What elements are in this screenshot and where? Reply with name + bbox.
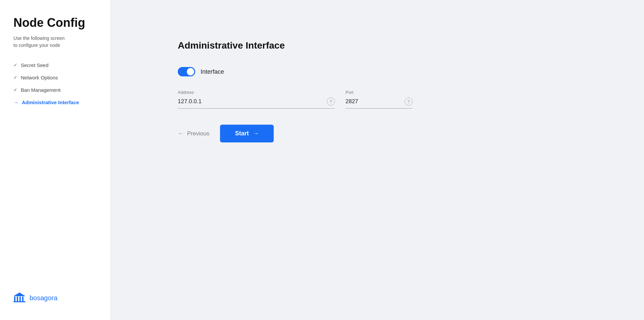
sidebar-footer: bosagora: [13, 292, 97, 304]
svg-rect-2: [19, 297, 21, 301]
port-label: Port: [345, 90, 413, 95]
check-icon: ✓: [13, 75, 17, 80]
check-icon: ✓: [13, 87, 17, 92]
start-button-label: Start: [235, 130, 249, 137]
check-icon: ✓: [13, 62, 17, 68]
previous-button-label: Previous: [187, 130, 209, 137]
sidebar-item-label: Network Options: [21, 75, 58, 80]
sidebar-item-network-options[interactable]: ✓ Network Options: [13, 75, 97, 80]
sidebar-item-administrative-interface[interactable]: → Administrative Interface: [13, 100, 97, 105]
svg-rect-3: [22, 297, 23, 301]
start-button[interactable]: Start →: [220, 125, 274, 142]
page-subtitle: Use the following screento configure you…: [13, 35, 97, 49]
main-content: Administrative Interface Interface Addre…: [111, 0, 644, 320]
sidebar-item-ban-management[interactable]: ✓ Ban Management: [13, 87, 97, 93]
toggle-thumb: [187, 68, 194, 75]
svg-rect-1: [17, 297, 18, 301]
svg-rect-4: [13, 301, 25, 302]
sidebar-item-label: Administrative Interface: [22, 100, 79, 105]
port-input-row: ?: [345, 98, 413, 109]
svg-rect-0: [14, 297, 15, 301]
sidebar-item-label: Secret Seed: [21, 62, 49, 68]
sidebar: Node Config Use the following screento c…: [0, 0, 111, 320]
brand-logo-text: bosagora: [30, 294, 57, 302]
address-input-row: ?: [178, 98, 335, 109]
sidebar-item-secret-seed[interactable]: ✓ Secret Seed: [13, 62, 97, 68]
arrow-left-icon: ←: [178, 130, 184, 137]
toggle-label: Interface: [201, 68, 224, 75]
interface-toggle-row: Interface: [178, 67, 413, 76]
port-input[interactable]: [345, 98, 401, 105]
address-label: Address: [178, 90, 335, 95]
page-title: Node Config: [13, 16, 97, 29]
address-help-icon[interactable]: ?: [327, 98, 335, 106]
button-row: ← Previous Start →: [178, 125, 413, 142]
toggle-track: [178, 67, 195, 76]
form-row: Address ? Port ?: [178, 90, 413, 109]
arrow-right-icon: →: [13, 100, 18, 105]
section-title: Administrative Interface: [178, 40, 413, 51]
previous-button[interactable]: ← Previous: [178, 130, 209, 137]
svg-marker-5: [13, 293, 25, 296]
port-help-icon[interactable]: ?: [405, 98, 413, 106]
address-field: Address ?: [178, 90, 335, 109]
interface-toggle[interactable]: [178, 67, 195, 76]
content-card: Administrative Interface Interface Addre…: [178, 40, 413, 142]
nav-menu: ✓ Secret Seed ✓ Network Options ✓ Ban Ma…: [13, 62, 97, 105]
arrow-right-icon: →: [253, 130, 259, 137]
port-field: Port ?: [345, 90, 413, 109]
brand-logo-icon: [13, 292, 25, 304]
address-input[interactable]: [178, 98, 323, 105]
sidebar-item-label: Ban Management: [21, 87, 60, 93]
